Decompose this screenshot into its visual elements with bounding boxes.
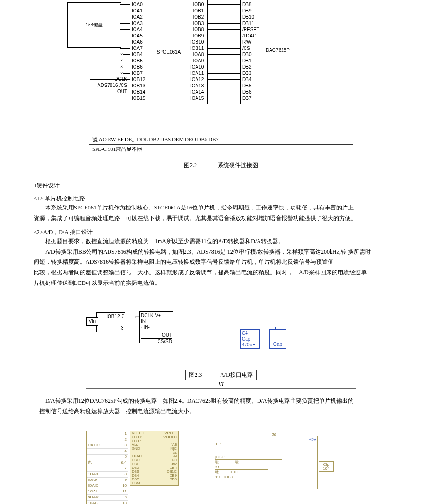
- figure-2-2-schematic: 4×4键盘 SPCE061A DAC7625P IOA0IOA1IOA2IOA3…: [53, 0, 389, 111]
- mcu-right-pins: IOB0IOB1IOB2IOB3IOB8IOB9IOB10IOB11IOA8IO…: [190, 1, 204, 101]
- dac-left-pins: DB8DB9DB10DB11/RESET/LDACR/W/CSDB0DB1DB2…: [242, 1, 259, 101]
- fig22-num: 图2.2: [184, 162, 197, 169]
- figure-2-2-caption: 图2.2 系统硬件连接图: [19, 161, 423, 170]
- fig23-vi: VI: [19, 381, 423, 388]
- mcu-label: SPCE061A: [157, 49, 181, 55]
- keyboard-label: 4×4键盘: [86, 22, 103, 28]
- section-adda-head: <2>A/D，D/A 接口设计: [34, 228, 423, 236]
- para-1b: 资源，集成了可编程音频处理电路，可以在线下载，易于调试。尤其是其语音播放功能对增…: [34, 213, 408, 224]
- ads-out-label: OUT: [101, 89, 127, 94]
- dac-label: DAC7625P: [266, 48, 290, 53]
- fig24-chip: VFEFHVREFLOUTBVOUTCOUT^VssVdiGNDN|CcsLDA…: [130, 431, 179, 486]
- para-3b: 间短，转换精度高。ADS7816转换器将采样电阻上的电压转换成数字信号反馈给单片…: [34, 257, 408, 268]
- para-4a: 比较，根据两者间的差值调整输出信号 大小。这样就形成了反馈调节，提高输出电流的精…: [34, 268, 408, 278]
- fig23-vin: Vin: [86, 317, 98, 326]
- figure-2-3-caption: 图2.3 A/D接口电路 VI: [19, 370, 423, 389]
- para-5b: 控制信号送给高精度运算放大器，控制电流源输出电流大小。: [34, 406, 408, 417]
- fig23-ads-box: DCLK V+ IN+ · IN- OUT CS/SD: [139, 311, 173, 343]
- mcu-left-pins: IOA0IOA1IOA2IOA3IOA4IOA5IOA6IOA7IOB4IOB5…: [132, 1, 145, 101]
- corner-mark-icon: ⌐: [135, 312, 140, 320]
- lcd-pin-bar: 號 AO RW EF DE。DDL DB2 DBS DEM DEO DB6 DB…: [89, 135, 353, 154]
- para-1a: 本系统采用SPCE061单片机作为控制核心。SPCE061A是16位单片机，指令…: [34, 203, 408, 213]
- keyboard-block: 4×4键盘: [67, 2, 121, 48]
- fig23-cap-2: Cap: [269, 329, 286, 349]
- fig23-num: 图2.3: [185, 370, 205, 380]
- para-4b: 片机处理传送到LCD可以显示当前的实际电流值。: [34, 278, 408, 289]
- fig22-title: 系统硬件连接图: [218, 162, 258, 169]
- lcd-name-row: SPL-C 501液晶显不器: [89, 145, 353, 154]
- figure-2-3-schematic: IOB12 7 3 Vin DCLK V+ IN+ · IN- OUT CS/S…: [77, 303, 365, 365]
- ads-cs-label: ADS7816 /CS: [91, 83, 127, 88]
- fig24-right-box: +5V 26 TT" |OBL1 耻 啦 21 吐 0B10 19 IOB3 C…: [214, 436, 318, 489]
- fig23-iob12-box: IOB12 7 3: [96, 312, 125, 332]
- para-5a: D/A转换采用12位DAC7625P勾成的转换电路，如图2.4。DAC7625咀…: [34, 396, 408, 406]
- para-3a: A/D转换采用BB公司的ADS7816构成的转换电路，如图2.3。ADS7816…: [34, 247, 408, 258]
- figure-2-4-schematic: 12DA OUT345也6／71OA88IOA99IOAIO101OAU11aO…: [77, 426, 365, 504]
- section-hw-head: 1硬件设计: [34, 182, 423, 190]
- fig24-ctp: Ctp 104: [319, 461, 334, 472]
- lcd-pins-row: 號 AO RW EF DE。DDL DB2 DBS DEM DEO DB6 DB…: [89, 135, 353, 145]
- fig23-cap-c4: C4 Cap 470uF: [240, 329, 260, 349]
- fig23-title: A/D接口电路: [217, 370, 257, 380]
- para-2: 根据题目要求，数控直流恒流源的精度为 1mA所以至少需要11位的A/D转换器和D…: [34, 236, 408, 247]
- fig24-left-pins: 12DA OUT345也6／71OA88IOA99IOAIO101OAU11aO…: [86, 431, 128, 504]
- ads-dclk-label: DCLK: [101, 76, 127, 82]
- section-mcu-head: <1> 单片机控制电路: [34, 195, 423, 203]
